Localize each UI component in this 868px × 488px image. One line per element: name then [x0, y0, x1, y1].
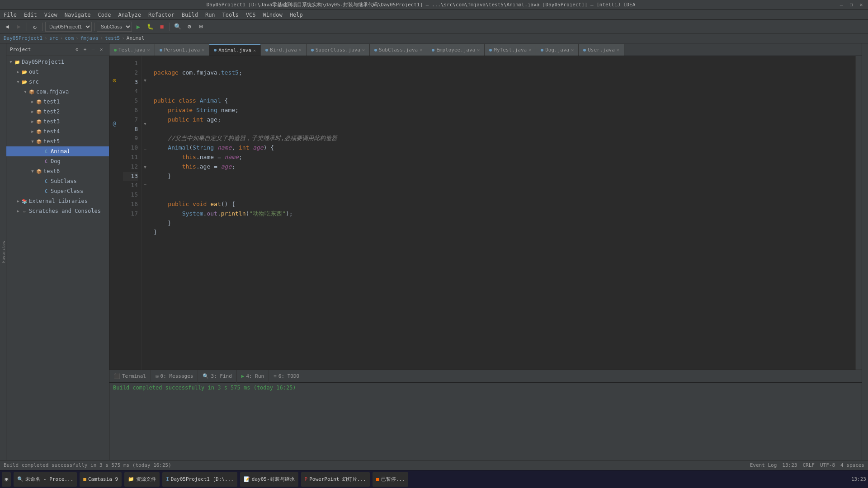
tab-bird-java[interactable]: Bird.java ✕ [261, 44, 307, 56]
code-content[interactable]: package com.fmjava.test5; public class A… [148, 56, 855, 370]
tab-animal-java[interactable]: Animal.java ✕ [209, 44, 261, 56]
taskbar-files[interactable]: 📁 资源文件 [124, 472, 160, 487]
tree-item-test5[interactable]: ▼ 📦 test5 [6, 136, 109, 146]
tab-run[interactable]: ▶ 4: Run [237, 370, 269, 383]
tab-close-test[interactable]: ✕ [147, 47, 150, 52]
minimize-button[interactable]: — [838, 2, 844, 8]
stop-button[interactable]: ■ [156, 21, 167, 32]
menu-vcs[interactable]: VCS [242, 10, 259, 19]
tab-close-dog[interactable]: ✕ [571, 47, 574, 52]
tree-item-test6[interactable]: ▼ 📦 test6 [6, 166, 109, 176]
menu-help[interactable]: Help [286, 10, 307, 19]
status-crlf[interactable]: CRLF [802, 462, 815, 468]
forward-button[interactable]: ▶ [14, 21, 24, 32]
sdk-dropdown[interactable]: SubClass [97, 22, 132, 32]
taskbar-start[interactable]: ⊞ [2, 472, 11, 487]
tree-item-test3[interactable]: ▶ 📦 test3 [6, 117, 109, 127]
taskbar-day05[interactable]: 📝 day05-封装与继承 [240, 472, 298, 487]
favorites-label[interactable]: Favorites [1, 239, 6, 265]
menu-file[interactable]: File [0, 10, 20, 19]
tree-item-out[interactable]: ▶ 📂 out [6, 67, 109, 77]
close-button[interactable]: ✕ [858, 2, 864, 8]
code-area[interactable]: ⊙ @ [109, 56, 862, 370]
tab-subclass-java[interactable]: SubClass.java ✕ [370, 44, 427, 56]
panel-hide-btn[interactable]: ✕ [97, 46, 105, 54]
panel-settings-btn[interactable]: ⚙ [73, 46, 81, 54]
tree-item-superclass[interactable]: C SuperClass [6, 186, 109, 196]
breadcrumb-com[interactable]: com [65, 35, 74, 41]
menu-tools[interactable]: Tools [219, 10, 242, 19]
taskbar-intellij[interactable]: I Day05Project1 [D:\... [162, 472, 237, 487]
tree-item-project[interactable]: ▼ 📁 Day05Project1 [6, 57, 109, 67]
settings-button[interactable]: ⚙ [184, 21, 195, 32]
tab-find[interactable]: 🔍 3: Find [198, 370, 236, 383]
bookmark-icon-line8[interactable]: @ [113, 121, 116, 127]
fold-15[interactable]: — [142, 180, 148, 189]
restore-button[interactable]: ❐ [848, 2, 854, 8]
refresh-button[interactable]: ↻ [29, 21, 40, 32]
layout-button[interactable]: ⊟ [196, 21, 207, 32]
tab-close-subclass[interactable]: ✕ [420, 47, 422, 52]
menu-navigate[interactable]: Navigate [61, 10, 94, 19]
tab-test-java[interactable]: Test.java ✕ [109, 44, 155, 56]
debug-icon-line3[interactable]: ⊙ [113, 77, 116, 84]
menu-refactor[interactable]: Refactor [145, 10, 178, 19]
run-button[interactable]: ▶ [133, 21, 144, 32]
menu-code[interactable]: Code [94, 10, 115, 19]
tree-item-src[interactable]: ▼ 📂 src [6, 77, 109, 87]
status-indent[interactable]: 4 spaces [840, 462, 864, 468]
breadcrumb-animal[interactable]: Animal [127, 35, 145, 41]
project-dropdown[interactable]: Day05Project1 [45, 22, 92, 32]
tree-item-test4[interactable]: ▶ 📦 test4 [6, 127, 109, 136]
breadcrumb-test5[interactable]: test5 [105, 35, 120, 41]
tab-close-user[interactable]: ✕ [617, 47, 619, 52]
tree-item-scratches[interactable]: ▶ ✏ Scratches and Consoles [6, 206, 109, 216]
panel-expand-btn[interactable]: + [81, 46, 89, 54]
menu-analyze[interactable]: Analyze [114, 10, 145, 19]
tab-mytest-java[interactable]: MyTest.java ✕ [485, 44, 536, 56]
search-button[interactable]: 🔍 [172, 21, 183, 32]
tab-close-mytest[interactable]: ✕ [528, 47, 531, 52]
tab-user-java[interactable]: User.java ✕ [579, 44, 624, 56]
taskbar-extra[interactable]: ■ 已暂停... [373, 472, 409, 487]
tab-messages[interactable]: ✉ 0: Messages [151, 370, 198, 383]
status-encoding[interactable]: UTF-8 [820, 462, 835, 468]
status-line-col[interactable]: 13:23 [782, 462, 797, 468]
tree-item-dog[interactable]: C Dog [6, 156, 109, 166]
fold-11[interactable]: — [142, 145, 148, 154]
tab-close-bird[interactable]: ✕ [299, 47, 302, 52]
tab-close-employee[interactable]: ✕ [477, 47, 480, 52]
menu-edit[interactable]: Edit [20, 10, 41, 19]
panel-close-btn[interactable]: — [89, 46, 97, 54]
tab-close-person1[interactable]: ✕ [202, 47, 204, 52]
tree-item-external-libs[interactable]: ▶ 📚 External Libraries [6, 196, 109, 206]
fold-3[interactable]: ▼ [142, 76, 148, 84]
tab-employee-java[interactable]: Employee.java ✕ [427, 44, 485, 56]
tree-item-com-fmjava[interactable]: ▼ 📦 com.fmjava [6, 87, 109, 97]
menu-run[interactable]: Run [202, 10, 219, 19]
right-scroll-gutter[interactable] [855, 56, 862, 370]
taskbar-search[interactable]: 🔍 未命名 - Proce... [14, 472, 77, 487]
tab-close-animal[interactable]: ✕ [253, 48, 256, 53]
fold-8[interactable]: ▼ [142, 119, 148, 128]
menu-build[interactable]: Build [178, 10, 202, 19]
tab-close-superclass[interactable]: ✕ [362, 47, 365, 52]
menu-window[interactable]: Window [259, 10, 286, 19]
fold-13[interactable]: ▼ [142, 163, 148, 171]
breadcrumb-fmjava[interactable]: fmjava [80, 35, 99, 41]
taskbar-ppt[interactable]: P PowerPoint 幻灯片... [301, 472, 370, 487]
status-event-log[interactable]: Event Log [750, 462, 777, 468]
tree-item-test2[interactable]: ▶ 📦 test2 [6, 107, 109, 117]
back-button[interactable]: ◀ [2, 21, 13, 32]
tab-superclass-java[interactable]: SuperClass.java ✕ [307, 44, 370, 56]
tree-item-test1[interactable]: ▶ 📦 test1 [6, 97, 109, 107]
breadcrumb-src[interactable]: src [49, 35, 58, 41]
tab-dog-java[interactable]: Dog.java ✕ [536, 44, 579, 56]
menu-view[interactable]: View [41, 10, 61, 19]
breadcrumb-project[interactable]: Day05Project1 [4, 35, 42, 41]
tab-todo[interactable]: ≡ 6: TODO [269, 370, 304, 383]
tree-item-subclass[interactable]: C SubClass [6, 176, 109, 186]
debug-button[interactable]: 🐛 [145, 21, 156, 32]
tab-terminal[interactable]: ⬛ Terminal [109, 370, 151, 383]
tree-item-animal[interactable]: C Animal [6, 146, 109, 156]
